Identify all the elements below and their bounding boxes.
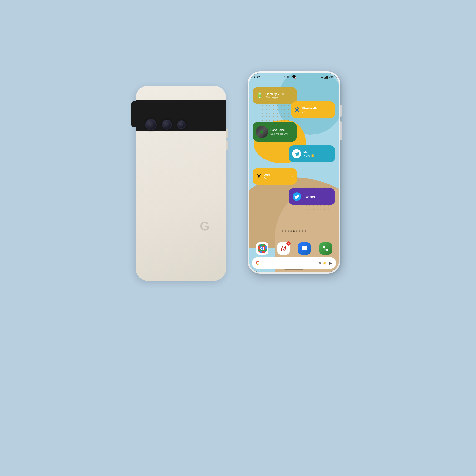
- wifi-title: Wifi: [264, 173, 270, 177]
- album-art: [255, 126, 268, 138]
- widgets-area: 🔋 Battery 79% Discharging: [253, 85, 335, 232]
- bluetooth-title: Bluetooth: [302, 106, 317, 110]
- bluetooth-icon: [295, 107, 299, 113]
- google-play-icon: ▶: [329, 260, 332, 266]
- battery-widget[interactable]: 🔋 Battery 79% Discharging: [253, 87, 297, 104]
- phone-app-icon[interactable]: [319, 242, 332, 255]
- wifi-status-icon: ▾▾: [321, 76, 323, 79]
- dock-area: M 1: [252, 242, 336, 269]
- page-dot-4-active: [293, 230, 295, 232]
- bottom-navigation-pill: [284, 270, 304, 270]
- chrome-app-icon[interactable]: [256, 242, 269, 255]
- battery-subtitle: Discharging: [265, 96, 284, 99]
- google-logo: G: [198, 219, 212, 233]
- temperature-text: 9°: [319, 261, 322, 265]
- gmail-m-letter: M: [281, 245, 286, 252]
- phone-back: G: [136, 86, 226, 281]
- bluetooth-widget[interactable]: Bluetooth On: [291, 102, 335, 118]
- page-dot-7: [302, 230, 303, 232]
- front-camera: [292, 75, 296, 78]
- chrome-ring: [257, 244, 267, 253]
- music-info: Fast Lane Bad Meets Evil: [270, 128, 288, 135]
- messages-app-icon[interactable]: [298, 242, 311, 255]
- page-dot-3: [290, 230, 292, 232]
- signal-bar-2: [325, 77, 326, 79]
- page-dot-2: [288, 230, 289, 232]
- camera-lens-main: [145, 119, 157, 130]
- twitter-icon: [292, 192, 301, 201]
- telegram-widget[interactable]: Mam... Hello 👋: [289, 145, 335, 162]
- volume-down-button[interactable]: [226, 140, 227, 150]
- chrome-center: [260, 247, 264, 250]
- phone-screen-container: 2:27 ✈ ✉ ⠿ ⏰ ▾▾: [249, 73, 339, 272]
- wifi-subtitle: On: [264, 177, 270, 180]
- wifi-widget-text: Wifi On: [264, 173, 270, 180]
- wifi-widget[interactable]: Wifi On ›: [253, 168, 297, 185]
- track-title: Fast Lane: [270, 128, 288, 132]
- page-dot-5: [296, 230, 298, 232]
- power-button[interactable]: [340, 105, 341, 117]
- battery-widget-text: Battery 79% Discharging: [265, 92, 284, 99]
- wifi-arrow-icon: ›: [292, 174, 293, 178]
- twitter-label: Twitter: [304, 195, 315, 199]
- status-time: 2:27: [254, 75, 260, 79]
- telegram-title: Mam...: [304, 151, 314, 154]
- battery-widget-icon: 🔋: [256, 92, 263, 99]
- camera-bump: [131, 101, 140, 127]
- app-row: M 1: [252, 242, 336, 255]
- bluetooth-widget-text: Bluetooth On: [302, 106, 317, 113]
- volume-up-button[interactable]: [226, 129, 227, 138]
- album-art-center: [260, 130, 263, 134]
- grid-icon: ⠿: [290, 76, 292, 79]
- telegram-text: Mam... Hello 👋: [304, 151, 314, 157]
- camera-bar: [136, 100, 226, 131]
- music-widget[interactable]: Fast Lane Bad Meets Evil: [253, 122, 297, 142]
- gmail-badge: 1: [286, 241, 290, 246]
- battery-title: Battery 79%: [265, 92, 284, 96]
- page-dot-6: [299, 230, 300, 232]
- page-dot-1: [285, 230, 286, 232]
- page-dot-0: [282, 230, 283, 232]
- wifi-widget-icon: [256, 174, 261, 179]
- page-dot-8: [305, 230, 306, 232]
- mail-icon: ✉: [287, 76, 289, 79]
- search-bar[interactable]: G 9° ☀️ ▶: [252, 257, 336, 269]
- battery-status-text: 79%: [329, 76, 334, 79]
- camera-lens-tele: [177, 120, 186, 129]
- signal-bars: [324, 76, 328, 79]
- telegram-subtitle: Hello 👋: [304, 154, 314, 157]
- twitter-widget[interactable]: Twitter: [289, 188, 335, 205]
- bluetooth-subtitle: On: [302, 110, 317, 113]
- google-search-logo: G: [255, 260, 260, 266]
- gmail-app-icon[interactable]: M 1: [277, 242, 290, 255]
- camera-lenses: [145, 119, 186, 130]
- signal-bar-3: [326, 76, 327, 79]
- track-artist: Bad Meets Evil: [270, 132, 288, 135]
- volume-button-front[interactable]: [340, 121, 341, 140]
- weather-widget: 9° ☀️: [319, 261, 326, 265]
- weather-icon: ☀️: [323, 261, 326, 265]
- status-icons-right: ▾▾ 79%: [321, 76, 334, 79]
- navigation-icon: ✈: [284, 76, 286, 79]
- telegram-icon: [292, 149, 301, 158]
- camera-lens-wide: [162, 120, 172, 130]
- album-art-image: [255, 126, 268, 138]
- phone-front: 2:27 ✈ ✉ ⠿ ⏰ ▾▾: [248, 71, 340, 274]
- scene: G: [131, 71, 345, 405]
- signal-bar-1: [324, 78, 325, 79]
- page-dots: [249, 230, 339, 232]
- signal-bar-4: [327, 76, 328, 79]
- phone-screen: 2:27 ✈ ✉ ⠿ ⏰ ▾▾: [249, 73, 339, 272]
